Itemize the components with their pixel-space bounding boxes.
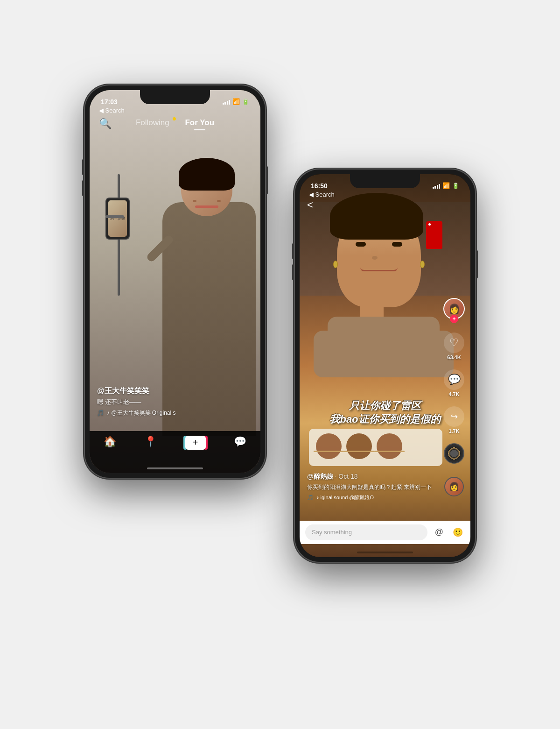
feed-nav-bar: 🔍 Following For You [90,113,260,134]
back-phone-screen: 到一步骤 [90,90,260,473]
comment-button[interactable]: 💬 4.7K [444,369,464,397]
front-person [328,205,440,373]
crab-2 [346,433,372,459]
follow-button[interactable]: + [450,315,458,323]
front-power-button[interactable] [476,250,478,278]
front-home-indicator [357,552,413,553]
nav-discover[interactable]: 📍 [144,436,157,448]
add-button[interactable]: + [185,436,206,450]
at-button[interactable]: @ [432,525,446,539]
back-username[interactable]: @王大牛笑笑笑 [97,386,223,396]
comment-placeholder: Say something [312,529,352,536]
back-video-info: @王大牛笑笑笑 嗯 还不叫老—— 🎵 ♪ @王大牛笑笑笑 Original s [97,386,223,417]
mouth [360,268,398,271]
back-time: 17:03 [101,98,118,106]
tab-following[interactable]: Following [136,118,176,129]
power-button[interactable] [266,166,268,194]
person-eye-right [217,200,221,202]
following-dot-indicator [172,117,175,120]
emoji-button[interactable]: 🙂 [451,525,465,539]
wifi-icon: 📶 [232,98,240,105]
comment-bar: Say something @ 🙂 [300,521,470,544]
front-sound-text: ♪ iginal sound @醉鹅娘O [316,494,374,501]
front-date: · Oct 18 [335,473,358,480]
nav-add[interactable]: + [185,436,206,450]
back-caption: 嗯 还不叫老—— [97,398,223,406]
front-signal-icon [433,183,441,189]
right-eye [392,242,402,247]
front-music-note-icon: 🎵 [307,495,314,501]
front-volume-up-button[interactable] [292,243,294,259]
search-icon[interactable]: 🔍 [99,118,112,130]
back-sound-info[interactable]: 🎵 ♪ @王大牛笑笑笑 Original s [97,409,223,417]
person-head [181,165,232,216]
volume-up-button[interactable] [82,159,84,175]
back-status-icons: 📶 🔋 [223,98,250,105]
back-arrow-button[interactable]: < [307,199,313,211]
back-phone: 到一步骤 [84,85,266,479]
crab-rope-1 [314,451,344,452]
user-disc-container: 👩 [444,477,464,496]
front-phone: 16:50 📶 🔋 ◀ Search < [294,169,476,563]
nose [372,256,378,260]
person-hair [179,158,235,191]
like-button[interactable]: ♡ 63.4K [444,333,464,360]
front-phone-screen: 16:50 📶 🔋 ◀ Search < [300,174,470,557]
feed-tabs: Following For You [136,118,214,129]
comment-count: 4.7K [448,391,459,397]
front-video-info: @醉鹅娘 · Oct 18 你买到的阳澄湖大闸蟹是真的吗？赶紧 来辨别一下 🎵 … [307,473,433,501]
share-icon: ↪ [444,406,464,427]
back-home-indicator [147,467,203,469]
comment-icon: 💬 [444,369,464,390]
crab-rope-3 [374,451,405,452]
back-notch [140,90,210,104]
message-icon: 💬 [234,436,246,448]
front-time: 16:50 [311,182,328,190]
home-icon: 🏠 [104,436,116,448]
music-button[interactable] [444,443,464,464]
user-avatar-icon: 👩 [449,481,459,492]
front-description: 你买到的阳澄湖大闸蟹是真的吗？赶紧 来辨别一下 [307,483,433,491]
nav-inbox[interactable]: 💬 [234,436,246,448]
person-lips [195,205,218,208]
battery-icon: 🔋 [242,99,249,105]
tab-for-you[interactable]: For You [185,118,214,129]
front-notch [350,174,420,188]
music-note-icon: 🎵 [97,410,104,416]
face-shape [337,205,421,307]
share-count: 1.7K [448,428,459,434]
tripod-container: 到一步骤 [103,174,135,296]
left-arm [314,331,351,377]
right-earring [420,261,425,268]
add-button-inner: + [185,436,206,450]
signal-icon [223,99,231,105]
crab-3 [377,433,402,459]
front-sound-row[interactable]: 🎵 ♪ iginal sound @醉鹅娘O [307,494,433,501]
front-username[interactable]: @醉鹅娘 [307,473,333,480]
comment-input-field[interactable]: Say something [305,524,427,540]
user-avatar-disc[interactable]: 👩 [444,477,464,496]
front-wifi-icon: 📶 [442,182,450,189]
avatar-person-icon: 👩 [448,303,460,314]
tripod-phone: 到一步骤 [105,198,130,240]
front-volume-down-button[interactable] [292,264,294,280]
music-disc-icon [444,443,464,464]
share-button[interactable]: ↪ 1.7K [444,406,464,434]
crab-rope-2 [344,451,374,452]
subtitle-overlay: 只让你碰了雷区 我bao证你买到的是假的 [309,399,461,426]
volume-down-button[interactable] [82,180,84,196]
left-eye [356,242,366,247]
creator-avatar-container: 👩 + [443,298,465,319]
front-battery-icon: 🔋 [452,183,459,189]
subtitle-line2: 我bao证你买到的是假的 [309,413,461,426]
location-icon: 📍 [144,436,157,448]
like-count: 63.4K [447,354,461,360]
front-top-nav: < [300,196,470,214]
person-eye-left [193,200,196,202]
bottom-navigation: 🏠 📍 + 💬 [90,431,260,473]
nav-home[interactable]: 🏠 [104,436,116,448]
back-search-label[interactable]: ◀ Search [99,107,125,114]
left-earring [333,261,338,268]
crab-1 [316,433,342,459]
tripod-phone-display: 到一步骤 [108,200,127,237]
